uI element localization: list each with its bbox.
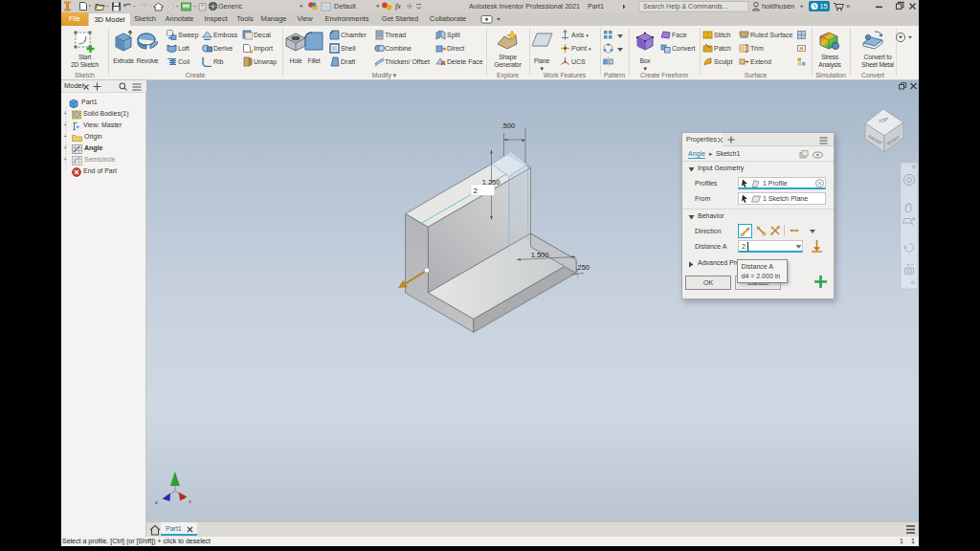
svg-text:holdhusen: holdhusen: [762, 2, 794, 11]
svg-text:z: z: [154, 498, 158, 506]
svg-text:1.250: 1.250: [482, 178, 501, 187]
svg-text:Default: Default: [334, 2, 356, 11]
svg-text:Search Help & Commands...: Search Help & Commands...: [643, 3, 728, 11]
svg-text:Autodesk Inventor Professional: Autodesk Inventor Professional 2021: [469, 3, 580, 11]
svg-text:1.500: 1.500: [531, 251, 549, 259]
svg-text:15: 15: [820, 2, 828, 11]
svg-text:.500: .500: [501, 121, 515, 130]
svg-text:»: »: [846, 2, 850, 11]
svg-text:Part1: Part1: [588, 3, 604, 11]
svg-text:.250: .250: [576, 263, 590, 272]
svg-text:fx: fx: [395, 2, 401, 11]
svg-text:Generic: Generic: [218, 2, 243, 11]
svg-text:2: 2: [474, 187, 479, 195]
